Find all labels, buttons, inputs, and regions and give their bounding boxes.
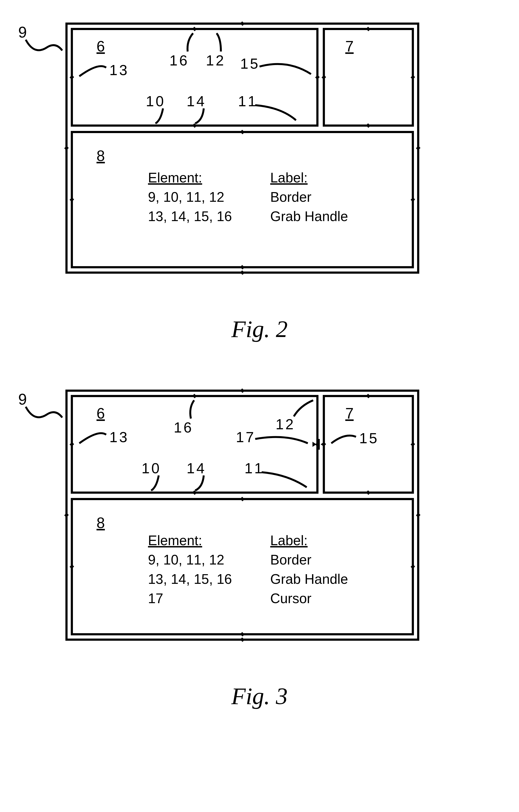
callout-arrow bbox=[255, 437, 308, 443]
callout-arrow bbox=[217, 33, 221, 52]
grab-handle[interactable] bbox=[69, 442, 74, 446]
outer-label-arrow bbox=[26, 40, 62, 51]
grab-handle[interactable] bbox=[416, 146, 420, 150]
grab-handle[interactable] bbox=[64, 513, 69, 517]
grab-handle[interactable] bbox=[410, 75, 415, 80]
grab-handle[interactable] bbox=[192, 394, 197, 398]
legend-row-element: 13, 14, 15, 16 bbox=[148, 209, 232, 224]
pane-label-7: 7 bbox=[345, 38, 354, 55]
callout-14: 14 bbox=[187, 460, 206, 476]
legend-header-element: Element: bbox=[148, 170, 202, 185]
callout-arrow bbox=[331, 436, 356, 443]
grab-handle[interactable] bbox=[366, 490, 370, 495]
pane-label-8: 8 bbox=[96, 147, 105, 164]
callout-16: 16 bbox=[170, 52, 189, 68]
callout-arrow bbox=[262, 472, 307, 487]
legend-row-element: 13, 14, 15, 16 bbox=[148, 571, 232, 587]
grab-handle[interactable] bbox=[192, 27, 197, 31]
legend-row-label: Border bbox=[270, 189, 311, 205]
pane-top-left[interactable] bbox=[72, 396, 317, 493]
svg-rect-1 bbox=[317, 439, 320, 450]
grab-handle[interactable] bbox=[240, 270, 244, 275]
grab-handle[interactable] bbox=[240, 388, 244, 393]
legend-row-label: Grab Handle bbox=[270, 571, 348, 587]
grab-handle[interactable] bbox=[366, 123, 370, 128]
legend-row-element: 17 bbox=[148, 591, 163, 606]
grab-handle[interactable] bbox=[64, 146, 69, 150]
outer-border[interactable] bbox=[66, 390, 418, 640]
grab-handle[interactable] bbox=[240, 637, 244, 642]
callout-10: 10 bbox=[146, 93, 165, 109]
grab-handle[interactable] bbox=[240, 21, 244, 26]
callout-arrow bbox=[195, 108, 204, 123]
callout-16: 16 bbox=[174, 419, 193, 436]
callout-11: 11 bbox=[244, 460, 264, 476]
callout-arrow bbox=[79, 433, 106, 443]
callout-arrow bbox=[294, 400, 313, 416]
callout-arrow bbox=[255, 105, 296, 120]
grab-handle[interactable] bbox=[410, 197, 415, 202]
callout-arrow bbox=[195, 475, 204, 490]
callout-10: 10 bbox=[142, 460, 161, 476]
grab-handle[interactable] bbox=[240, 497, 244, 501]
grab-handle[interactable] bbox=[69, 75, 74, 80]
outer-label-9: 9 bbox=[18, 390, 27, 408]
pane-bottom[interactable] bbox=[72, 132, 413, 267]
callout-15: 15 bbox=[240, 55, 260, 72]
legend: Element: Label: 9, 10, 11, 12 Border 13,… bbox=[148, 170, 348, 224]
callout-arrow bbox=[151, 475, 159, 490]
legend-row-element: 9, 10, 11, 12 bbox=[148, 189, 224, 205]
grab-handle[interactable] bbox=[416, 513, 420, 517]
callout-12: 12 bbox=[276, 416, 295, 432]
figure-3-caption: Fig. 3 bbox=[231, 683, 288, 709]
callout-15: 15 bbox=[359, 430, 379, 446]
pane-label-7: 7 bbox=[345, 405, 354, 422]
grab-handle[interactable] bbox=[240, 129, 244, 134]
grab-handle[interactable] bbox=[410, 442, 415, 446]
callout-17: 17 bbox=[236, 429, 256, 445]
grab-handle[interactable] bbox=[366, 27, 370, 31]
legend: Element: Label: 9, 10, 11, 12 Border 13,… bbox=[148, 533, 348, 606]
callout-arrow bbox=[155, 108, 163, 123]
figure-2: 6 7 8 13 16 12 15 10 14 11 Element: Labe… bbox=[64, 21, 420, 275]
grab-handle[interactable] bbox=[322, 75, 326, 80]
legend-row-label: Cursor bbox=[270, 591, 311, 606]
grab-handle[interactable] bbox=[240, 632, 244, 636]
callout-12: 12 bbox=[206, 52, 225, 68]
callout-13: 13 bbox=[110, 429, 129, 445]
grab-handle[interactable] bbox=[69, 564, 74, 569]
pane-top-right[interactable] bbox=[324, 29, 413, 125]
grab-handle[interactable] bbox=[69, 197, 74, 202]
cursor-icon[interactable] bbox=[312, 439, 325, 450]
legend-header-label: Label: bbox=[270, 170, 308, 185]
pane-label-8: 8 bbox=[96, 515, 105, 531]
figure-2-caption: Fig. 2 bbox=[231, 316, 288, 342]
callout-arrow bbox=[260, 64, 311, 74]
callout-14: 14 bbox=[187, 93, 206, 109]
figure-3: 6 7 8 13 16 17 12 15 10 14 11 Element: L… bbox=[64, 388, 420, 642]
grab-handle[interactable] bbox=[366, 394, 370, 398]
callout-arrow bbox=[79, 66, 106, 76]
grab-handle[interactable] bbox=[315, 75, 319, 80]
outer-label-arrow bbox=[26, 407, 62, 417]
pane-label-6: 6 bbox=[96, 38, 105, 55]
callout-11: 11 bbox=[238, 93, 258, 109]
grab-handle[interactable] bbox=[240, 265, 244, 269]
legend-row-label: Grab Handle bbox=[270, 209, 348, 224]
pane-bottom[interactable] bbox=[72, 499, 413, 634]
pane-label-6: 6 bbox=[96, 405, 105, 422]
callout-13: 13 bbox=[110, 62, 129, 78]
legend-header-label: Label: bbox=[270, 533, 308, 548]
outer-label-9: 9 bbox=[18, 24, 27, 41]
legend-row-element: 9, 10, 11, 12 bbox=[148, 552, 224, 568]
callout-arrow bbox=[187, 33, 193, 52]
callout-arrow bbox=[190, 400, 194, 418]
legend-header-element: Element: bbox=[148, 533, 202, 548]
grab-handle[interactable] bbox=[410, 564, 415, 569]
legend-row-label: Border bbox=[270, 552, 311, 568]
